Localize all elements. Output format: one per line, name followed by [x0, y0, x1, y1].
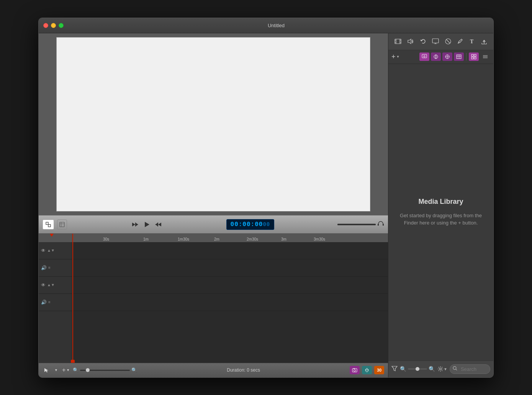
right-tab-icons	[419, 52, 490, 61]
eye-icon-2[interactable]: 👁	[41, 282, 46, 288]
view-list-button[interactable]	[480, 52, 490, 61]
search-input-wrap	[450, 364, 490, 374]
svg-rect-23	[432, 39, 439, 43]
minimize-button[interactable]	[51, 23, 56, 28]
filter-button[interactable]	[391, 366, 398, 372]
duration-text: Duration: 0 secs	[140, 367, 347, 373]
svg-rect-1	[60, 222, 64, 227]
svg-rect-8	[157, 223, 158, 226]
svg-point-32	[424, 56, 425, 57]
text-tool-button[interactable]: T	[468, 37, 477, 46]
media-library-title: Media Library	[418, 198, 463, 206]
settings-button[interactable]: ▼	[437, 366, 447, 372]
left-panel: 00:00:0000	[39, 33, 388, 377]
svg-point-50	[453, 367, 456, 370]
tab-media-button[interactable]	[419, 52, 429, 61]
menu-icon-2[interactable]: ≡	[48, 300, 51, 304]
animation-btn[interactable]	[362, 366, 372, 374]
svg-rect-44	[474, 57, 476, 59]
timeline-area: 👁 ▲▼ 🔊 ≡ 👁 ▲▼ 🔊 ≡	[39, 242, 388, 363]
svg-rect-14	[354, 368, 355, 369]
bottom-right-buttons: 30	[350, 366, 384, 374]
ruler-content: 30s 1m 1m30s 2m 2m30s 3m 3m30s	[72, 234, 388, 242]
headphone-icon	[377, 220, 384, 229]
transform-button[interactable]	[57, 220, 67, 229]
tool-dropdown-button[interactable]: ▼	[53, 367, 59, 373]
maximize-button[interactable]	[59, 23, 64, 28]
window-title: Untitled	[64, 23, 489, 28]
circle-stop-button[interactable]	[444, 37, 453, 46]
preview-area	[39, 33, 388, 215]
undo-tool-button[interactable]	[419, 37, 428, 46]
volume-control	[337, 220, 384, 229]
media-library-subtitle: Get started by dragging files from the F…	[396, 212, 486, 227]
tab-filter-button[interactable]	[431, 52, 441, 61]
expand-icon-1[interactable]: ▲▼	[47, 248, 55, 252]
svg-point-13	[354, 370, 356, 372]
svg-rect-9	[378, 224, 379, 226]
svg-rect-43	[471, 57, 473, 59]
svg-marker-22	[408, 39, 411, 44]
zoom-out-icon[interactable]: 🔍	[73, 367, 79, 373]
track-row-4	[72, 294, 388, 311]
monitor-tool-button[interactable]	[431, 37, 440, 46]
view-grid-button[interactable]	[469, 52, 479, 61]
track-control-row-2: 🔊 ≡	[39, 259, 72, 277]
timeline-ruler: 30s 1m 1m30s 2m 2m30s 3m 3m30s	[39, 234, 388, 242]
zoom-slider[interactable]	[80, 370, 130, 371]
svg-line-51	[456, 369, 457, 370]
track-row-3	[72, 277, 388, 294]
vol-icon-1[interactable]: 🔊	[41, 265, 47, 270]
zoom-control: 🔍 🔍	[73, 367, 137, 373]
tab-table-button[interactable]	[454, 52, 464, 61]
track-control-row-3: 👁 ▲▼	[39, 277, 72, 294]
media-library-content: Media Library Get started by dragging fi…	[388, 64, 493, 361]
playhead-triangle	[50, 234, 54, 237]
crop-button[interactable]	[43, 220, 54, 229]
share-tool-button[interactable]	[480, 37, 489, 46]
menu-icon-1[interactable]: ≡	[48, 266, 51, 270]
zoom-out-search-button[interactable]: 🔍	[400, 366, 406, 372]
tab-theme-button[interactable]	[442, 52, 452, 61]
close-button[interactable]	[43, 23, 48, 28]
play-button[interactable]	[141, 219, 152, 230]
track-row-2	[72, 259, 388, 277]
track-control-row-4: 🔊 ≡	[39, 294, 72, 311]
search-zoom-controls: 🔍 🔍	[400, 366, 435, 372]
timeline-tracks	[72, 242, 388, 363]
svg-line-27	[446, 39, 450, 43]
main-layout: 00:00:0000	[39, 33, 493, 377]
film-tool-button[interactable]	[393, 37, 403, 46]
zoom-in-search-button[interactable]: 🔍	[429, 366, 435, 372]
svg-rect-41	[471, 54, 473, 56]
photo-btn[interactable]	[350, 366, 360, 374]
right-bottom-bar: 🔍 🔍 ▼	[388, 361, 493, 377]
add-media-bottom-button[interactable]: + ▼	[62, 367, 70, 374]
svg-rect-42	[474, 54, 476, 56]
eye-icon-1[interactable]: 👁	[41, 248, 46, 253]
expand-icon-2[interactable]: ▲▼	[47, 283, 55, 287]
playhead-marker	[71, 360, 75, 363]
svg-marker-2	[132, 223, 135, 226]
svg-marker-5	[145, 222, 149, 227]
select-tool-button[interactable]	[43, 366, 50, 374]
transport-bar: 00:00:0000	[39, 215, 388, 234]
fast-forward-button[interactable]	[153, 220, 163, 229]
zoom-in-icon[interactable]: 🔍	[131, 367, 137, 373]
right-toolbar: T	[388, 33, 493, 50]
add-media-button[interactable]: + ▼	[391, 53, 399, 60]
audio-tool-button[interactable]	[406, 37, 416, 46]
track-controls: 👁 ▲▼ 🔊 ≡ 👁 ▲▼ 🔊 ≡	[39, 242, 72, 363]
svg-text:T: T	[470, 39, 474, 44]
svg-rect-10	[383, 224, 384, 226]
svg-marker-7	[158, 223, 161, 226]
preview-canvas	[56, 37, 370, 211]
svg-point-49	[440, 368, 442, 370]
svg-point-33	[434, 55, 438, 59]
rewind-button[interactable]	[130, 220, 140, 229]
timecode-display: 00:00:0000	[226, 219, 275, 230]
frame-number-btn[interactable]: 30	[374, 366, 384, 374]
app-window: Untitled	[38, 18, 494, 378]
vol-icon-2[interactable]: 🔊	[41, 300, 47, 305]
pen-tool-button[interactable]	[455, 37, 465, 46]
